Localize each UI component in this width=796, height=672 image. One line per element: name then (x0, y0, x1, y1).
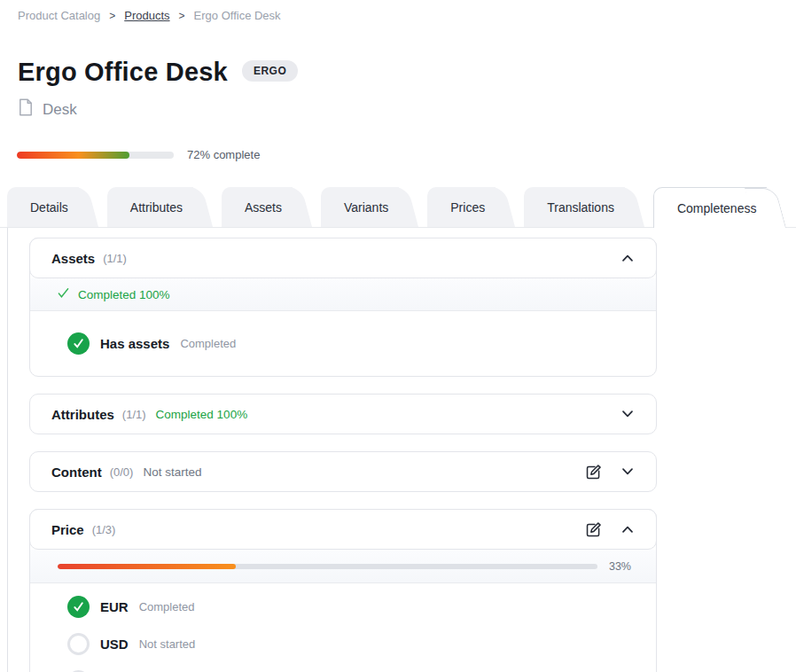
section-title: Attributes (51, 407, 114, 422)
tab-label: Attributes (130, 200, 183, 215)
section-title: Assets (51, 251, 95, 266)
section-header-assets[interactable]: Assets (1/1) (29, 238, 657, 278)
section-status-text: Not started (143, 465, 201, 479)
section-assets: Assets (1/1) Completed 100% (29, 238, 657, 377)
item-label: EUR (100, 599, 129, 614)
breadcrumb-item-products[interactable]: Products (124, 9, 169, 22)
breadcrumb-item-product-catalog[interactable]: Product Catalog (18, 9, 100, 22)
section-progress-label: 33% (609, 560, 631, 573)
overall-progress-bar (17, 152, 174, 159)
completeness-item-row: EUR Completed (30, 588, 656, 625)
section-header-content[interactable]: Content (0/0) Not started (29, 451, 657, 492)
breadcrumb-separator: > (179, 10, 185, 22)
tab-label: Assets (245, 200, 282, 215)
section-title: Price (51, 522, 84, 537)
tab-label: Translations (547, 200, 614, 215)
section-content: Content (0/0) Not started (29, 451, 657, 492)
check-icon (57, 286, 70, 302)
product-page: Product Catalog>Products>Ergo Office Des… (0, 0, 796, 672)
completed-check-icon (67, 332, 90, 355)
item-status: Completed (139, 600, 195, 613)
page-title: Ergo Office Desk (18, 58, 228, 86)
section-count: (0/0) (110, 465, 134, 479)
section-progress-row: 33% (30, 550, 656, 583)
section-price: Price (1/3) 33% (29, 509, 657, 672)
section-progress-bar (58, 564, 597, 569)
title-row: Ergo Office Desk ERGO (18, 58, 796, 86)
section-count: (1/1) (103, 252, 127, 265)
breadcrumb-item-ergo-office-desk: Ergo Office Desk (194, 9, 281, 22)
section-title: Content (51, 465, 102, 480)
tab-label: Prices (450, 200, 485, 215)
item-label: Has assets (100, 336, 169, 351)
breadcrumb: Product Catalog>Products>Ergo Office Des… (0, 0, 796, 22)
tab-label: Details (30, 200, 68, 215)
tab-label: Variants (344, 200, 388, 215)
tab-bar: Details Attributes Assets Variants Price… (0, 187, 796, 228)
section-count: (1/3) (92, 523, 116, 536)
product-type-row: Desk (18, 98, 796, 121)
completed-check-icon (67, 596, 90, 618)
product-type-label: Desk (43, 101, 77, 119)
product-code-badge: ERGO (242, 60, 298, 82)
completeness-item-row: USD Not started (30, 625, 656, 662)
overall-progress-label: 72% complete (187, 148, 260, 161)
tab-details[interactable]: Details (7, 187, 79, 227)
item-status: Not started (139, 637, 196, 651)
completeness-item-row: Has assets Completed (30, 316, 656, 371)
tab-attributes[interactable]: Attributes (107, 187, 193, 227)
tab-completeness[interactable]: Completeness (653, 187, 768, 228)
chevron-up-icon[interactable] (619, 249, 636, 267)
overall-progress-fill (17, 152, 129, 159)
not-started-circle-icon (67, 633, 90, 655)
tab-assets[interactable]: Assets (222, 187, 293, 227)
completeness-item-row: PLN Not started (30, 662, 656, 672)
summary-text: Completed 100% (78, 288, 170, 301)
tab-prices[interactable]: Prices (427, 187, 496, 227)
section-count: (1/1) (122, 408, 146, 421)
chevron-down-icon[interactable] (619, 405, 636, 423)
section-status-text: Completed 100% (156, 408, 248, 421)
chevron-up-icon[interactable] (619, 520, 636, 538)
completeness-panel: Assets (1/1) Completed 100% (7, 228, 796, 672)
section-summary: Completed 100% (30, 278, 656, 311)
section-rows: Has assets Completed (30, 311, 656, 376)
file-icon (18, 98, 34, 121)
edit-icon[interactable] (584, 520, 603, 539)
item-status: Completed (180, 337, 236, 350)
section-rows: EUR Completed USD Not started PLN Not st… (30, 583, 656, 672)
overall-progress-row: 72% complete (17, 148, 796, 161)
tab-translations[interactable]: Translations (524, 187, 625, 227)
item-label: USD (100, 637, 129, 652)
section-progress-fill (58, 564, 236, 569)
tab-label: Completeness (677, 201, 757, 215)
section-header-price[interactable]: Price (1/3) (29, 509, 657, 550)
chevron-down-icon[interactable] (619, 463, 636, 481)
breadcrumb-separator: > (109, 10, 115, 22)
tab-variants[interactable]: Variants (321, 187, 399, 227)
section-header-attributes[interactable]: Attributes (1/1) Completed 100% (29, 394, 657, 434)
edit-icon[interactable] (584, 463, 603, 481)
section-attributes: Attributes (1/1) Completed 100% (29, 394, 657, 434)
